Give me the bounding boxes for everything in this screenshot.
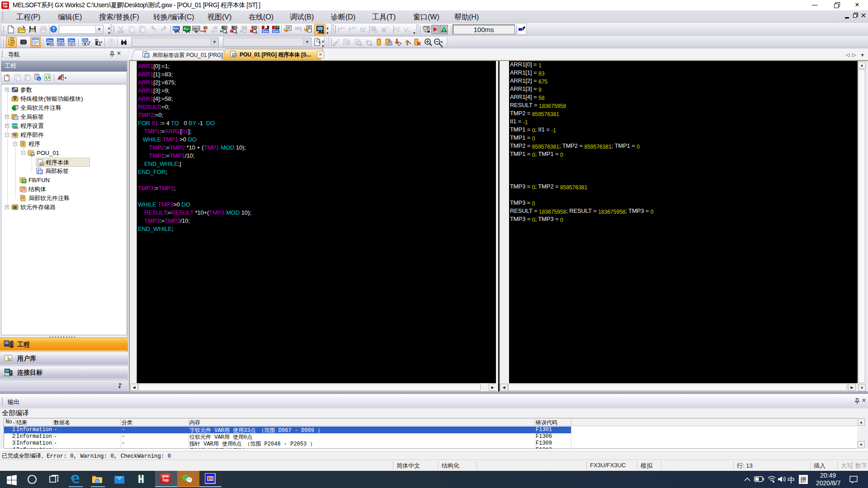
svg-text:Dev: Dev <box>58 39 64 42</box>
svg-text:Dev: Dev <box>47 39 53 42</box>
svg-text:ST: ST <box>40 163 44 166</box>
svg-text:Dev: Dev <box>273 30 279 33</box>
svg-text:Dev: Dev <box>69 39 75 42</box>
svg-text:?: ? <box>110 39 113 44</box>
svg-text:?: ? <box>52 26 55 32</box>
svg-text:i: i <box>38 77 39 81</box>
svg-text:ST: ST <box>233 54 236 57</box>
svg-text:Dev: Dev <box>263 30 269 33</box>
svg-text:Dev: Dev <box>173 27 179 30</box>
svg-text:ST: ST <box>31 154 35 156</box>
svg-text:HEX: HEX <box>193 27 200 30</box>
svg-text:IL: IL <box>389 39 392 42</box>
svg-text:Dev: Dev <box>82 38 88 42</box>
